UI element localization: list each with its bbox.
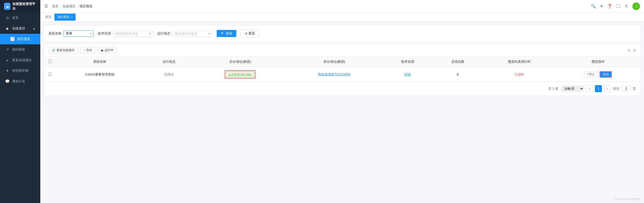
th-operations: 预览操作 [556, 56, 640, 67]
sidebar-item-more-label: 更多实战项目 [12, 58, 32, 62]
select-all-checkbox[interactable] [48, 60, 52, 63]
backend-link-box: 点击预览(abc/abc) [225, 70, 255, 79]
per-page-wrapper: 10条/页 [561, 86, 584, 91]
content: 系统名称 ⊗ 技术实现 请选择技术实现 ▼ 运行状态 [40, 22, 644, 203]
menu-toggle-icon[interactable]: ☰ [44, 4, 48, 9]
status-select[interactable]: 请选择运行状态 [172, 30, 213, 37]
sidebar-item-notice[interactable]: 💬 通知公告 [0, 76, 40, 87]
refresh-icon[interactable]: ↻ [628, 48, 631, 52]
sidebar-item-practice[interactable]: ◈ 实战项目 ▲ [0, 23, 40, 34]
sidebar-item-home[interactable]: ⊙ 首页 [0, 13, 40, 23]
backend-link[interactable]: 点击预览(abc/abc) [226, 72, 254, 77]
running-icon: ▶ [101, 49, 104, 52]
page-goto: 前往 页 [613, 86, 636, 91]
row-system-name: CSGO赛事管理系统 [56, 67, 144, 82]
font-icon[interactable]: Ａ [624, 4, 628, 9]
running-label: 运行中 [105, 48, 114, 52]
tab-preview[interactable]: 项目预览 × [54, 14, 76, 21]
preview-icon: ⬜ [10, 37, 15, 41]
send-icon[interactable]: ✈ [600, 4, 603, 9]
main-area: ☰ 首页 / 实战项目 / 项目预览 🔍 ✈ ❓ ⛶ Ａ J 首页 项目预览 × [40, 0, 644, 203]
table-row: CSGO赛事管理系统 已停止 点击预览(abc/abc) 预览(参赛账号1/12… [44, 67, 640, 82]
clear-input-icon[interactable]: ⊗ [90, 32, 92, 35]
zhihui-icon: ✈ [5, 69, 10, 73]
sidebar-item-zhihui[interactable]: ✈ 智慧阁官网 [0, 65, 40, 76]
sidebar-item-home-label: 首页 [12, 16, 19, 20]
breadcrumb-current: 项目预览 [79, 4, 92, 9]
row-backend: 点击预览(abc/abc) [194, 67, 286, 82]
status-label: 运行状态 [157, 31, 170, 36]
tab-home[interactable]: 首页 [42, 14, 54, 21]
sidebar-item-notice-label: 通知公告 [12, 79, 25, 84]
status-select-wrapper: 请选择运行状态 ▼ [172, 30, 213, 37]
column-settings-icon[interactable]: ⊟ [633, 48, 636, 52]
row-countdown: 已超时 [483, 67, 556, 82]
total-count: 共 1 条 [548, 86, 558, 91]
tech-select-wrapper: 请选择技术实现 ▼ [113, 30, 153, 37]
th-frontend: 前台地址(账密) [286, 56, 382, 67]
th-checkbox [44, 56, 56, 67]
reset-btn-icon: ↺ [245, 32, 247, 36]
export-button[interactable]: ↑ 导出 [80, 47, 95, 54]
expand-icon[interactable]: ⛶ [616, 4, 620, 9]
sidebar-logo: ☁ 在线预览管理平台 [0, 0, 40, 13]
export-icon: ↑ [84, 49, 85, 52]
th-tech: 技术实现 [383, 56, 433, 67]
sidebar-item-more[interactable]: ≡ 更多实战项目 [0, 55, 40, 65]
system-name-input[interactable] [63, 30, 94, 37]
data-table: 系统名称 运行状态 后台地址(账密) 前台地址(账密) 技术实现 启动次数 预览… [44, 56, 640, 82]
prev-page-button[interactable]: ‹ [586, 85, 593, 92]
sidebar-item-preview[interactable]: ⬜ 项目预览 [0, 34, 40, 44]
reset-btn-label: 重置 [248, 31, 255, 36]
goto-suffix: 页 [633, 86, 636, 91]
tech-link[interactable]: 详情 [404, 73, 411, 76]
page-1-button[interactable]: 1 [595, 85, 602, 92]
avatar[interactable]: J [632, 3, 640, 10]
goto-prefix: 前往 [613, 86, 620, 91]
next-page-button[interactable]: › [604, 85, 611, 92]
breadcrumb-home[interactable]: 首页 [52, 4, 58, 9]
tab-close-icon[interactable]: × [71, 16, 73, 18]
tab-home-label: 首页 [45, 15, 51, 19]
search-icon[interactable]: 🔍 [591, 4, 596, 9]
search-btn-icon: 🔍 [221, 32, 225, 36]
table-wrapper: 🔗 更多实战项目 ↑ 导出 ▶ 运行中 ↻ ⊟ [44, 44, 640, 95]
row-checkbox[interactable] [48, 73, 52, 76]
th-backend: 后台地址(账密) [194, 56, 286, 67]
breadcrumb: 首页 / 实战项目 / 项目预览 [52, 4, 92, 9]
sidebar-item-source[interactable]: ↗ 源码获取 [0, 44, 40, 55]
per-page-select[interactable]: 10条/页 [561, 86, 584, 91]
pagination: 共 1 条 10条/页 ‹ 1 › 前往 页 [44, 82, 640, 95]
home-icon: ⊙ [5, 16, 10, 20]
breadcrumb-practice[interactable]: 实战项目 [62, 4, 76, 9]
help-icon[interactable]: ❓ [607, 4, 612, 9]
sidebar-item-practice-label: 实战项目 [12, 26, 25, 31]
more-projects-button[interactable]: 🔗 更多实战项目 [48, 47, 78, 54]
row-status: 已停止 [144, 67, 194, 82]
search-button[interactable]: 🔍 搜索 [217, 30, 236, 37]
filter-system-name-group: 系统名称 ⊗ [48, 30, 94, 37]
frontend-link[interactable]: 预览(参赛账号1/123456) [318, 73, 351, 76]
more-projects-label: 更多实战项目 [56, 48, 75, 52]
system-name-label: 系统名称 [48, 31, 61, 36]
watermark: CSDN @Java智慧阁 [614, 197, 640, 201]
topbar: ☰ 首页 / 实战项目 / 项目预览 🔍 ✈ ❓ ⛶ Ａ J [40, 0, 644, 13]
sidebar-item-zhihui-label: 智慧阁官网 [12, 69, 28, 73]
stop-button[interactable]: ×停止 [584, 72, 598, 77]
sidebar-menu: ⊙ 首页 ◈ 实战项目 ▲ ⬜ 项目预览 ↗ 源码获取 ≡ 更多实战项目 ✈ 智… [0, 13, 40, 203]
filter-bar: 系统名称 ⊗ 技术实现 请选择技术实现 ▼ 运行状态 [44, 26, 640, 41]
row-launch-count: 8 [433, 67, 483, 82]
goto-input[interactable] [621, 86, 631, 91]
th-system-name: 系统名称 [56, 56, 144, 67]
start-button[interactable]: 启动 [600, 72, 611, 77]
tabs-bar: 首页 项目预览 × [40, 13, 644, 22]
running-button[interactable]: ▶ 运行中 [98, 47, 117, 54]
reset-button[interactable]: ↺ 重置 [240, 30, 259, 37]
system-name-input-wrapper: ⊗ [63, 30, 94, 37]
breadcrumb-sep-2: / [77, 4, 78, 8]
tech-select[interactable]: 请选择技术实现 [113, 30, 153, 37]
breadcrumb-sep-1: / [60, 4, 61, 8]
th-launch-count: 启动次数 [433, 56, 483, 67]
source-icon: ↗ [5, 47, 10, 52]
topbar-left: ☰ 首页 / 实战项目 / 项目预览 [44, 4, 92, 9]
